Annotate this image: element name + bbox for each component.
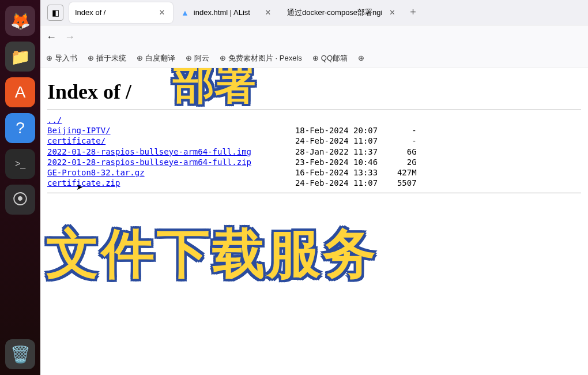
close-icon[interactable]: ×	[157, 7, 167, 18]
dock-firefox-icon[interactable]: 🦊	[5, 6, 35, 36]
dock-trash-icon[interactable]: 🗑️	[5, 339, 35, 369]
parent-dir-link[interactable]: ../	[47, 115, 62, 125]
bookmark-item[interactable]: ⊕ 导入书	[46, 53, 77, 63]
dock-terminal-icon[interactable]: >_	[5, 149, 35, 179]
dock-help-icon[interactable]: ?	[5, 113, 35, 143]
tab-index[interactable]: Index of / ×	[69, 2, 173, 23]
bookmark-item[interactable]: ⊕ 插于未统	[88, 53, 126, 63]
page-content: Index of / ../ Beijing-IPTV/ 18-Feb-2024…	[40, 68, 588, 375]
file-link[interactable]: Beijing-IPTV/	[47, 126, 111, 135]
tab-bar: ◧ Index of / × ▲ index.html | AList × 通过…	[40, 0, 588, 25]
tab-alist[interactable]: ▲ index.html | AList ×	[175, 2, 279, 23]
bookmark-item[interactable]: ⊕ 白度翻译	[137, 53, 175, 63]
ubuntu-dock: 🦊 📁 A ? >_ ⦿ 🗑️	[0, 0, 40, 375]
sidebar-toggle-icon[interactable]: ◧	[47, 5, 63, 21]
bookmarks-bar: ⊕ 导入书 ⊕ 插于未统 ⊕ 白度翻译 ⊕ 阿云 ⊕ 免费素材图片 · Pexe…	[40, 48, 588, 68]
file-link[interactable]: certificate.zip	[47, 178, 120, 187]
new-tab-button[interactable]: +	[404, 6, 421, 18]
file-size: 6G	[407, 147, 417, 156]
file-date: 16-Feb-2024 13:33	[295, 168, 378, 177]
divider	[47, 110, 581, 110]
bookmark-more[interactable]: ⊕	[358, 54, 364, 62]
file-link[interactable]: GE-Proton8-32.tar.gz	[47, 168, 145, 177]
nav-bar: ← →	[40, 25, 588, 48]
forward-button[interactable]: →	[65, 31, 75, 43]
bookmark-item[interactable]: ⊕ QQ邮箱	[312, 53, 348, 63]
close-icon[interactable]: ×	[387, 7, 397, 18]
file-size: 427M	[397, 168, 417, 177]
file-date: 24-Feb-2024 11:07	[295, 178, 378, 187]
bookmark-item[interactable]: ⊕ 免费素材图片 · Pexels	[220, 53, 302, 63]
file-date: 24-Feb-2024 11:07	[295, 136, 378, 145]
overlay-title-2: 部署	[173, 68, 256, 112]
back-button[interactable]: ←	[46, 31, 56, 43]
bookmark-item[interactable]: ⊕ 阿云	[186, 53, 209, 63]
tab-label: index.html | AList	[194, 8, 258, 17]
file-date: 18-Feb-2024 20:07	[295, 126, 378, 135]
divider	[47, 193, 581, 193]
tab-label: 通过docker-compose部署ngi	[287, 7, 382, 18]
tab-docker[interactable]: 通过docker-compose部署ngi ×	[281, 2, 403, 23]
file-date: 28-Jan-2022 11:37	[295, 147, 378, 156]
close-icon[interactable]: ×	[263, 7, 273, 18]
file-link[interactable]: 2022-01-28-raspios-bullseye-arm64-full.i…	[47, 147, 251, 156]
file-size: -	[412, 126, 416, 135]
tab-label: Index of /	[75, 8, 152, 17]
dock-software-icon[interactable]: A	[5, 77, 35, 107]
file-size: -	[412, 136, 416, 145]
dock-obs-icon[interactable]: ⦿	[5, 185, 35, 215]
browser-window: ◧ Index of / × ▲ index.html | AList × 通过…	[40, 0, 588, 375]
cursor-icon: ➤	[76, 182, 83, 192]
alist-icon: ▲	[181, 8, 189, 17]
file-size: 2G	[407, 158, 417, 167]
file-link[interactable]: 2022-01-28-raspios-bullseye-arm64-full.z…	[47, 158, 251, 167]
file-date: 23-Feb-2024 10:46	[295, 158, 378, 167]
dock-files-icon[interactable]: 📁	[5, 42, 35, 72]
file-listing: ../ Beijing-IPTV/ 18-Feb-2024 20:07 - ce…	[47, 115, 581, 188]
overlay-title-3: 文件下载服务	[46, 218, 378, 290]
page-title: Index of /	[47, 80, 581, 104]
file-link[interactable]: certificate/	[47, 136, 105, 145]
file-size: 5507	[397, 178, 417, 187]
